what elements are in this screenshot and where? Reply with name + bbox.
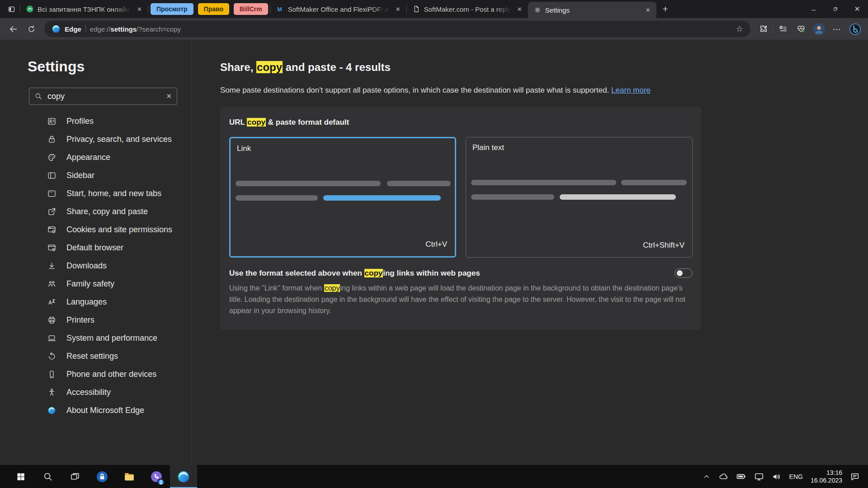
learn-more-link[interactable]: Learn more bbox=[611, 86, 651, 94]
sidebar-item-profiles[interactable]: Profiles bbox=[0, 112, 191, 130]
favorite-star-icon[interactable]: ☆ bbox=[736, 24, 743, 34]
shortcut-label: Ctrl+Shift+V bbox=[643, 241, 684, 250]
tab-group-prosmotr[interactable]: Просмотр bbox=[151, 3, 193, 15]
settings-more-icon[interactable]: ⋯ bbox=[828, 20, 845, 38]
refresh-button[interactable] bbox=[23, 20, 40, 38]
lock-icon bbox=[47, 135, 57, 144]
sidebar-item-share-copy-paste[interactable]: Share, copy and paste bbox=[0, 202, 191, 221]
address-divider bbox=[85, 25, 86, 33]
toggle-knob bbox=[677, 270, 683, 276]
sidebar-item-cookies-permissions[interactable]: Cookies and site permissions bbox=[0, 221, 191, 239]
format-cards: Link Ctrl+V Plain text Ctrl+Shift+V bbox=[229, 137, 693, 258]
task-view-icon[interactable] bbox=[61, 465, 89, 488]
sidebar-item-sidebar[interactable]: Sidebar bbox=[0, 166, 191, 184]
sidebar-item-accessibility[interactable]: Accessibility bbox=[0, 383, 191, 401]
tab-close-icon[interactable]: ✕ bbox=[515, 5, 524, 14]
tab-close-icon[interactable]: ✕ bbox=[135, 5, 144, 14]
sidebar-item-languages[interactable]: Languages bbox=[0, 293, 191, 311]
show-hidden-icons-chevron[interactable] bbox=[703, 473, 711, 481]
notification-badge: 1 bbox=[157, 479, 165, 486]
format-card-link-selected[interactable]: Link Ctrl+V bbox=[229, 137, 456, 258]
window-minimize-button[interactable]: – bbox=[803, 0, 825, 18]
url-suffix: /?search=copy bbox=[137, 25, 181, 33]
tab-settings-active[interactable]: Settings ✕ bbox=[528, 2, 656, 18]
tab-group-pravo[interactable]: Право bbox=[198, 3, 229, 15]
start-button[interactable] bbox=[7, 465, 34, 488]
taskbar-lock-app-icon[interactable] bbox=[89, 465, 116, 488]
sidebar-item-default-browser[interactable]: Default browser bbox=[0, 239, 191, 257]
default-browser-icon bbox=[47, 243, 57, 253]
tab-actions-menu-button[interactable] bbox=[3, 0, 20, 18]
subtitle-text: Some paste destinations don't support al… bbox=[220, 86, 609, 94]
new-tab-button[interactable]: + bbox=[656, 0, 675, 18]
new-tab-page-icon bbox=[47, 189, 57, 198]
tab-tznpk[interactable]: Всі запитання ТЗНПК онлайн (те ✕ bbox=[20, 0, 148, 18]
extensions-icon[interactable] bbox=[755, 20, 772, 38]
sidebar-item-label: Default browser bbox=[66, 243, 123, 253]
sidebar-item-printers[interactable]: Printers bbox=[0, 311, 191, 329]
clear-search-icon[interactable]: ✕ bbox=[166, 92, 172, 100]
family-icon bbox=[47, 279, 57, 289]
settings-sidebar: Settings copy ✕ Profiles Privacy, search… bbox=[0, 40, 192, 465]
sidebar-item-start-home-tabs[interactable]: Start, home, and new tabs bbox=[0, 184, 191, 202]
action-center-icon[interactable] bbox=[850, 472, 860, 482]
sidebar-item-label: Sidebar bbox=[66, 171, 94, 180]
skeleton-bar bbox=[387, 181, 451, 186]
copilot-bing-icon[interactable] bbox=[846, 20, 863, 38]
sidebar-item-label: Cookies and site permissions bbox=[66, 225, 172, 235]
onedrive-cloud-icon[interactable] bbox=[718, 472, 728, 482]
sidebar-item-system-performance[interactable]: System and performance bbox=[0, 329, 191, 347]
address-bar[interactable]: Edge edge://settings/?search=copy ☆ bbox=[44, 21, 750, 37]
window-close-button[interactable]: ✕ bbox=[846, 0, 868, 18]
copy-format-toggle-row: Use the format selected above when copyi… bbox=[229, 268, 693, 278]
battery-icon[interactable] bbox=[736, 471, 746, 482]
language-indicator[interactable]: ENG bbox=[789, 473, 803, 480]
sidebar-title: Settings bbox=[28, 58, 191, 75]
window-restore-button[interactable] bbox=[825, 0, 846, 18]
format-card-plain-text[interactable]: Plain text Ctrl+Shift+V bbox=[466, 137, 693, 258]
sidebar-item-downloads[interactable]: Downloads bbox=[0, 257, 191, 275]
tab-close-icon[interactable]: ✕ bbox=[643, 6, 653, 14]
time-label: 13:16 bbox=[811, 469, 842, 477]
sidebar-item-label: Profiles bbox=[66, 117, 94, 126]
sidebar-item-label: Downloads bbox=[66, 261, 107, 271]
page-title: Share, copy and paste - 4 results bbox=[220, 61, 868, 74]
system-tray: ENG 13:16 16.06.2023 bbox=[703, 469, 863, 484]
settings-search-input[interactable]: copy ✕ bbox=[29, 88, 177, 105]
sidebar-item-phone-devices[interactable]: Phone and other devices bbox=[0, 365, 191, 383]
file-explorer-icon[interactable] bbox=[116, 465, 143, 488]
tab-group-billcrm[interactable]: BillCrm bbox=[234, 3, 268, 15]
palette-icon bbox=[47, 153, 57, 162]
sidebar-item-about-edge[interactable]: About Microsoft Edge bbox=[0, 401, 191, 419]
sidebar-item-label: Phone and other devices bbox=[66, 370, 156, 379]
settings-nav: Profiles Privacy, search, and services A… bbox=[0, 112, 191, 419]
settings-main-panel: Share, copy and paste - 4 results Some p… bbox=[192, 40, 868, 465]
sidebar-item-family-safety[interactable]: Family safety bbox=[0, 275, 191, 293]
tab-close-icon[interactable]: ✕ bbox=[393, 5, 403, 14]
taskbar-apps: 1 bbox=[7, 465, 197, 488]
url-host: settings bbox=[111, 25, 137, 33]
taskbar-edge-icon[interactable] bbox=[170, 465, 197, 488]
tab-separator bbox=[148, 5, 148, 13]
tab-softmaker-office[interactable]: M SoftMaker Office and FlexiPDF: A ✕ bbox=[271, 0, 406, 18]
sidebar-item-privacy[interactable]: Privacy, search, and services bbox=[0, 130, 191, 148]
sidebar-item-reset-settings[interactable]: Reset settings bbox=[0, 347, 191, 365]
tab-softmaker-forum[interactable]: SoftMaker.com - Post a reply ✕ bbox=[407, 0, 528, 18]
browser-essentials-icon[interactable] bbox=[793, 20, 810, 38]
volume-icon[interactable] bbox=[772, 472, 782, 482]
sidebar-item-appearance[interactable]: Appearance bbox=[0, 148, 191, 166]
accessibility-icon bbox=[47, 388, 57, 397]
printer-icon bbox=[47, 315, 57, 325]
copy-format-toggle-off[interactable] bbox=[675, 268, 693, 278]
document-favicon bbox=[412, 5, 420, 13]
section-title-text: & paste format default bbox=[266, 118, 349, 127]
title-highlight: copy bbox=[256, 61, 283, 73]
favorites-icon[interactable] bbox=[774, 20, 792, 38]
messenger-app-icon[interactable]: 1 bbox=[143, 465, 170, 488]
edge-logo-icon bbox=[47, 406, 57, 415]
display-icon[interactable] bbox=[754, 472, 764, 482]
back-button[interactable] bbox=[5, 20, 22, 38]
taskbar-search-icon[interactable] bbox=[34, 465, 61, 488]
taskbar-clock[interactable]: 13:16 16.06.2023 bbox=[811, 469, 842, 484]
profile-avatar[interactable] bbox=[813, 23, 825, 35]
